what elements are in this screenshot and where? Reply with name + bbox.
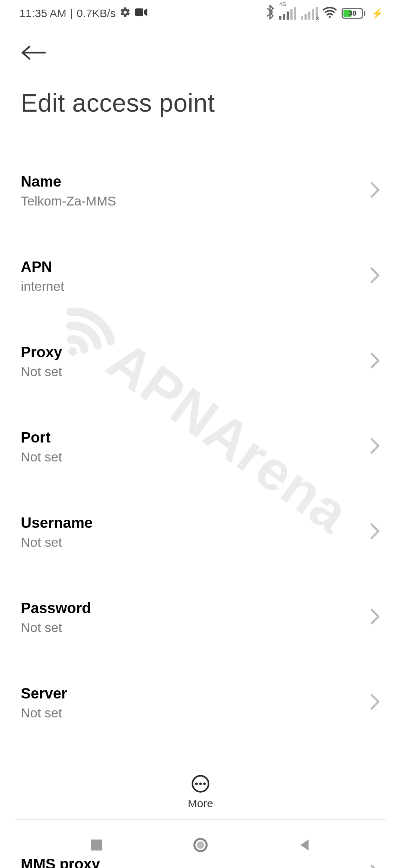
gear-icon xyxy=(120,7,131,20)
row-label: Port xyxy=(21,428,370,446)
row-value: Not set xyxy=(21,535,370,550)
back-arrow-icon xyxy=(21,43,47,62)
wifi-icon xyxy=(322,5,337,22)
divider xyxy=(15,819,386,820)
triangle-back-icon xyxy=(296,837,313,853)
status-sep: | xyxy=(70,7,73,20)
nav-back-button[interactable] xyxy=(296,837,313,855)
svg-point-10 xyxy=(197,841,204,849)
row-proxy[interactable]: Proxy Not set xyxy=(21,325,380,398)
row-value: Not set xyxy=(21,449,370,465)
row-label: Username xyxy=(21,514,370,532)
chevron-right-icon xyxy=(370,438,380,456)
more-button[interactable]: More xyxy=(188,774,213,810)
svg-point-2 xyxy=(329,16,330,17)
row-value: Not set xyxy=(21,620,370,635)
status-time: 11:35 AM xyxy=(19,7,66,20)
battery-icon: 38 xyxy=(342,8,365,19)
bluetooth-icon xyxy=(265,5,275,22)
svg-point-6 xyxy=(199,783,202,785)
row-label: Name xyxy=(21,172,370,190)
bottom-action-bar: More xyxy=(0,768,401,816)
circle-icon xyxy=(192,837,209,853)
svg-point-7 xyxy=(203,783,206,785)
chevron-right-icon xyxy=(370,694,380,711)
back-button[interactable] xyxy=(21,38,50,68)
chevron-right-icon xyxy=(370,182,380,200)
nav-home-button[interactable] xyxy=(192,837,209,855)
svg-rect-8 xyxy=(91,839,102,850)
signal-sim2-icon: × xyxy=(301,7,318,20)
chevron-right-icon xyxy=(370,267,380,285)
row-label: Server xyxy=(21,684,370,702)
status-bar: 11:35 AM | 0.7KB/s 4G × xyxy=(0,0,401,27)
row-username[interactable]: Username Not set xyxy=(21,496,380,568)
row-password[interactable]: Password Not set xyxy=(21,581,380,654)
row-value: Telkom-Za-MMS xyxy=(21,193,370,209)
svg-point-5 xyxy=(195,783,198,785)
navigation-bar xyxy=(0,823,401,868)
camera-icon xyxy=(134,7,148,20)
nav-recents-button[interactable] xyxy=(88,837,105,855)
chevron-right-icon xyxy=(370,352,380,370)
row-value: Not set xyxy=(21,364,370,379)
page-title: Edit access point xyxy=(21,88,380,117)
svg-rect-1 xyxy=(135,8,143,16)
row-apn[interactable]: APN internet xyxy=(21,240,380,312)
more-icon xyxy=(191,774,210,793)
settings-list: Name Telkom-Za-MMS APN internet Proxy No… xyxy=(0,154,401,868)
row-port[interactable]: Port Not set xyxy=(21,410,380,483)
row-label: APN xyxy=(21,258,370,276)
chevron-right-icon xyxy=(370,523,380,541)
row-label: Proxy xyxy=(21,343,370,361)
charging-icon: ⚡ xyxy=(371,8,383,19)
row-server[interactable]: Server Not set xyxy=(21,666,380,739)
status-netspeed: 0.7KB/s xyxy=(77,7,116,20)
chevron-right-icon xyxy=(370,608,380,626)
row-value: Not set xyxy=(21,705,370,721)
row-name[interactable]: Name Telkom-Za-MMS xyxy=(21,154,380,227)
row-label: Password xyxy=(21,599,370,617)
signal-sim1-icon: 4G xyxy=(279,7,296,20)
more-label: More xyxy=(188,797,213,810)
square-icon xyxy=(88,837,105,853)
battery-percent: 38 xyxy=(343,9,362,18)
signal-sim1-tag: 4G xyxy=(279,1,287,7)
row-value: internet xyxy=(21,279,370,294)
